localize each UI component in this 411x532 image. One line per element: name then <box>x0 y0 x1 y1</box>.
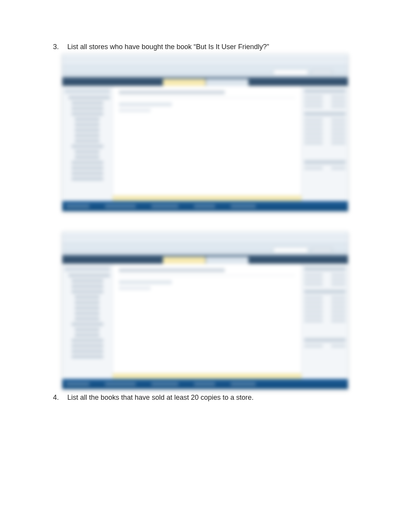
question-number: 3. <box>50 43 59 51</box>
query-editor-panel <box>113 86 301 201</box>
toolbar-button <box>311 70 332 75</box>
status-bar <box>62 201 348 211</box>
sql-management-studio-window <box>62 54 348 212</box>
document-tabstrip <box>62 77 348 86</box>
screenshot-container <box>50 54 361 212</box>
object-explorer-panel <box>62 264 113 379</box>
question-text: List all the books that have sold at lea… <box>67 393 361 402</box>
main-area <box>62 264 348 379</box>
properties-panel <box>301 86 348 201</box>
question-item: 4. List all the books that have sold at … <box>50 393 361 402</box>
window-menubar <box>62 60 348 67</box>
inactive-tab <box>206 257 248 264</box>
active-tab <box>163 79 206 86</box>
question-number: 4. <box>50 393 59 402</box>
window-menubar <box>62 237 348 245</box>
question-item: 3. List all stores who have bought the b… <box>50 43 361 51</box>
query-editor-panel <box>113 264 301 379</box>
active-tab <box>163 257 206 264</box>
object-explorer-panel <box>62 86 113 201</box>
main-area <box>62 86 348 201</box>
toolbar-field <box>273 70 308 75</box>
toolbar-field <box>273 247 308 253</box>
window-titlebar <box>62 232 348 237</box>
status-bar <box>62 379 348 389</box>
screenshot-container <box>50 232 361 390</box>
window-toolbar <box>62 245 348 255</box>
question-text: List all stores who have bought the book… <box>67 43 361 51</box>
document-tabstrip <box>62 255 348 264</box>
window-titlebar <box>62 54 348 60</box>
inactive-tab <box>206 79 248 86</box>
messages-bar <box>113 373 301 379</box>
toolbar-button <box>311 247 332 253</box>
sql-management-studio-window <box>62 232 348 390</box>
properties-panel <box>301 264 348 379</box>
document-page: 3. List all stores who have bought the b… <box>0 0 411 402</box>
window-toolbar <box>62 67 348 77</box>
messages-bar <box>113 196 301 201</box>
